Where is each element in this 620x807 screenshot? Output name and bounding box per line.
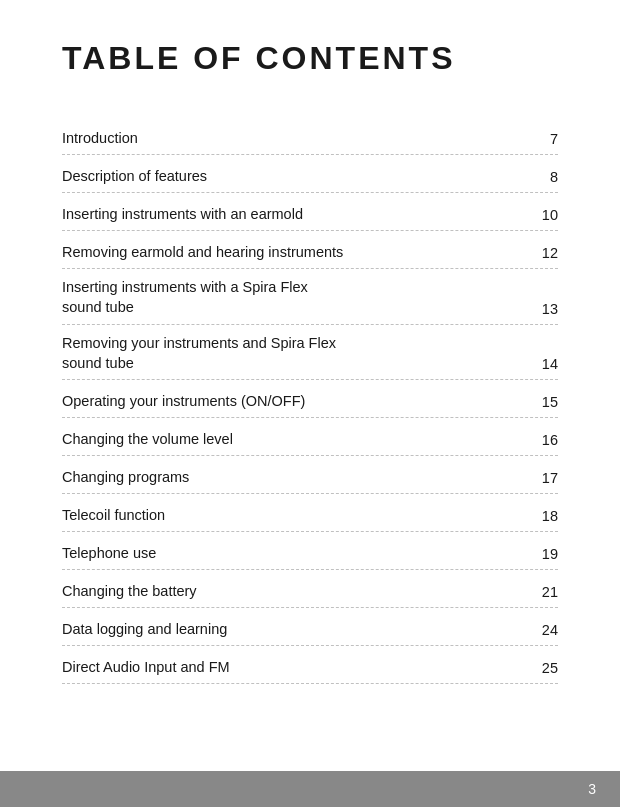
toc-row: Changing the battery21: [62, 570, 558, 608]
toc-label: Removing earmold and hearing instruments: [62, 242, 534, 262]
toc-page-number: 19: [534, 546, 558, 563]
toc-page-number: 17: [534, 470, 558, 487]
toc-row: Telecoil function18: [62, 494, 558, 532]
page-title: TABLE OF CONTENTS: [62, 40, 558, 77]
toc-label: Changing the battery: [62, 581, 534, 601]
toc-page-number: 7: [534, 131, 558, 148]
toc-label: Data logging and learning: [62, 619, 534, 639]
toc-row: Changing the volume level16: [62, 418, 558, 456]
toc-page-number: 8: [534, 169, 558, 186]
toc-row: Operating your instruments (ON/OFF)15: [62, 380, 558, 418]
toc-label: Description of features: [62, 166, 534, 186]
toc-page-number: 15: [534, 394, 558, 411]
toc-label: Changing programs: [62, 467, 534, 487]
page: TABLE OF CONTENTS Introduction7Descripti…: [0, 0, 620, 807]
toc-page-number: 21: [534, 584, 558, 601]
toc-page-number: 13: [534, 301, 558, 318]
toc-label: Telecoil function: [62, 505, 534, 525]
toc-page-number: 16: [534, 432, 558, 449]
footer: 3: [0, 771, 620, 807]
toc-label: Changing the volume level: [62, 429, 534, 449]
toc-row: Inserting instruments with an earmold10: [62, 193, 558, 231]
toc-row: Changing programs17: [62, 456, 558, 494]
toc-page-number: 25: [534, 660, 558, 677]
toc-page-number: 14: [534, 356, 558, 373]
toc-row: Direct Audio Input and FM25: [62, 646, 558, 684]
toc-row: Introduction7: [62, 117, 558, 155]
toc-list: Introduction7Description of features8Ins…: [62, 117, 558, 684]
toc-label: Operating your instruments (ON/OFF): [62, 391, 534, 411]
page-number: 3: [588, 781, 596, 797]
toc-page-number: 12: [534, 245, 558, 262]
toc-page-number: 10: [534, 207, 558, 224]
toc-row: Inserting instruments with a Spira Flex …: [62, 269, 558, 325]
content-area: TABLE OF CONTENTS Introduction7Descripti…: [0, 0, 620, 771]
toc-row: Telephone use19: [62, 532, 558, 570]
toc-label: Telephone use: [62, 543, 534, 563]
toc-row: Removing your instruments and Spira Flex…: [62, 325, 558, 381]
toc-label: Direct Audio Input and FM: [62, 657, 534, 677]
toc-label: Inserting instruments with a Spira Flex …: [62, 277, 534, 318]
toc-row: Removing earmold and hearing instruments…: [62, 231, 558, 269]
toc-page-number: 18: [534, 508, 558, 525]
toc-row: Data logging and learning24: [62, 608, 558, 646]
toc-row: Description of features8: [62, 155, 558, 193]
toc-page-number: 24: [534, 622, 558, 639]
toc-label: Inserting instruments with an earmold: [62, 204, 534, 224]
toc-label: Removing your instruments and Spira Flex…: [62, 333, 534, 374]
toc-label: Introduction: [62, 128, 534, 148]
